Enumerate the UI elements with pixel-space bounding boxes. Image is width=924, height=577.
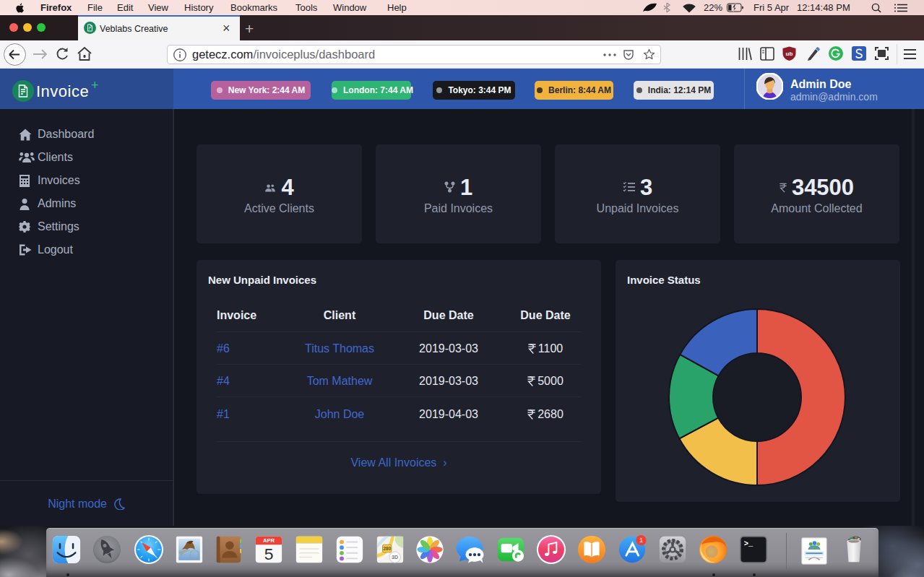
svg-text:1: 1 [639, 537, 643, 544]
svg-text:APR: APR [263, 537, 275, 544]
svg-text:3D: 3D [392, 555, 398, 560]
svg-text:ub: ub [786, 51, 793, 57]
svg-text:5: 5 [264, 545, 274, 563]
svg-text:280: 280 [383, 546, 391, 551]
svg-text:>_: >_ [744, 539, 754, 548]
